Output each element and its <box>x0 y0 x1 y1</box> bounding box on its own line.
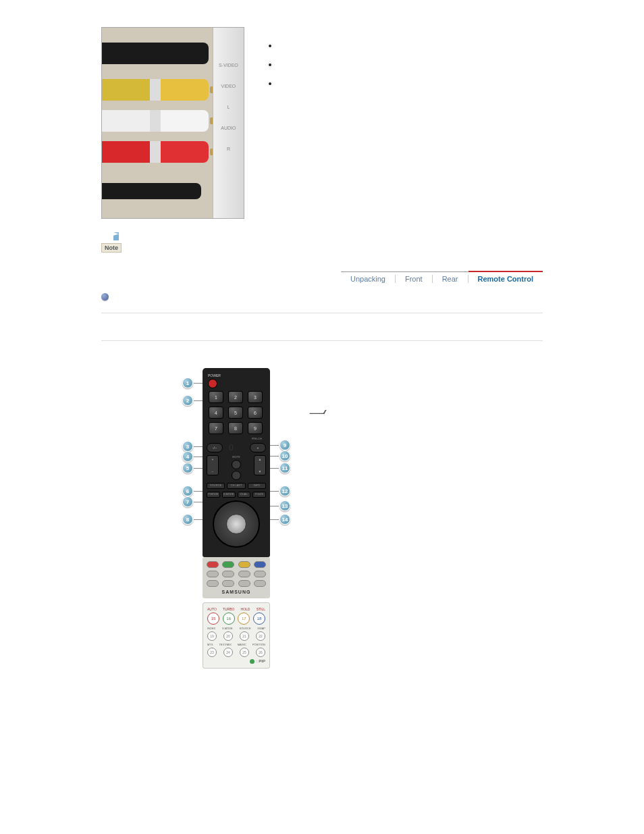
btn-label: POSITION <box>252 643 265 646</box>
dpad[interactable] <box>213 500 260 548</box>
callout-18: 18 <box>253 613 265 625</box>
bar-button[interactable]: DUAL <box>238 492 251 498</box>
btn-label: HOLD <box>241 607 250 611</box>
note-block: Note <box>101 232 543 253</box>
bar-button[interactable]: SOURCE <box>207 483 225 489</box>
bullet-ball-icon <box>101 293 109 301</box>
gray-button[interactable] <box>222 571 234 577</box>
brand-label: SAMSUNG <box>207 590 266 594</box>
callout-20: 20 <box>223 631 233 641</box>
num-0[interactable]: 0 <box>229 443 244 452</box>
top-section: S-VIDEO VIDEO L AUDIO R <box>101 27 543 219</box>
nav-rear[interactable]: Rear <box>433 275 468 283</box>
bar-button[interactable]: INFO <box>248 483 266 489</box>
gray-button[interactable] <box>207 571 219 577</box>
btn-label: MAGIC <box>238 643 246 646</box>
callout-3: 3 <box>182 441 193 452</box>
section-nav: Unpacking Front Rear Remote Control <box>101 271 543 284</box>
prech-button[interactable]: + <box>250 443 266 452</box>
subheading-row <box>101 293 543 301</box>
green-dot-icon <box>250 659 254 664</box>
volume-rocker[interactable]: +− <box>207 455 219 475</box>
callout-26: 26 <box>256 648 265 657</box>
mute-label: MUTE <box>232 455 240 459</box>
num-7[interactable]: 7 <box>209 422 223 434</box>
num-4[interactable]: 4 <box>209 407 223 419</box>
btn-label: SWAP <box>257 627 265 630</box>
color-yellow-button[interactable] <box>238 561 250 568</box>
btn-label: SOURCE <box>239 627 250 630</box>
callout-14: 14 <box>279 514 290 525</box>
remote-bottom-panel: AUTO TURBO HOLD STILL 15 16 17 18 INDEX … <box>203 602 270 669</box>
callout-9: 9 <box>279 440 290 450</box>
prech-label: PRE-CH <box>207 437 266 440</box>
remote-mid-body: SAMSUNG <box>203 557 270 598</box>
panel-label: R <box>227 147 230 151</box>
bar-button[interactable]: P.SIZE <box>252 492 266 498</box>
power-label: POWER <box>207 373 266 377</box>
btn-label: INDEX <box>207 627 215 630</box>
gray-button[interactable] <box>254 580 266 587</box>
info-button[interactable] <box>232 471 241 480</box>
nav-unpacking[interactable]: Unpacking <box>341 275 396 283</box>
num-9[interactable]: 9 <box>248 422 263 434</box>
num-5[interactable]: 5 <box>228 407 243 419</box>
callout-5: 5 <box>182 463 193 473</box>
gray-button[interactable] <box>222 580 234 587</box>
callout-25: 25 <box>240 648 249 657</box>
gray-button[interactable] <box>254 571 266 577</box>
bar-button[interactable]: CH LAST <box>227 483 245 489</box>
channel-rocker[interactable]: ▲▼ <box>254 455 266 475</box>
btn-label: STILL <box>257 607 265 611</box>
callout-10: 10 <box>279 450 290 461</box>
num-1[interactable]: 1 <box>209 391 223 403</box>
num-8[interactable]: 8 <box>228 422 243 434</box>
arrow-icon <box>309 410 326 414</box>
panel-label: S-VIDEO <box>219 63 238 68</box>
num-6[interactable]: 6 <box>248 407 263 419</box>
note-icon: Note <box>101 232 124 253</box>
callout-19: 19 <box>207 631 217 641</box>
callout-6: 6 <box>182 486 193 496</box>
btn-label: AUTO <box>207 607 217 611</box>
panel-label: VIDEO <box>221 84 236 88</box>
color-green-button[interactable] <box>222 561 234 568</box>
callout-15: 15 <box>207 613 219 625</box>
callout-12: 12 <box>279 486 290 496</box>
num-3[interactable]: 3 <box>248 391 263 403</box>
num-2[interactable]: 2 <box>228 391 243 403</box>
callout-2: 2 <box>182 395 193 406</box>
number-pad: 1 2 3 4 5 6 7 8 9 <box>209 391 264 434</box>
callout-13: 13 <box>279 500 290 511</box>
callout-24: 24 <box>223 648 233 657</box>
gray-button[interactable] <box>238 580 250 587</box>
callout-4: 4 <box>182 451 193 462</box>
nav-front[interactable]: Front <box>396 275 433 283</box>
callout-7: 7 <box>182 496 193 507</box>
connector-photo: S-VIDEO VIDEO L AUDIO R <box>101 27 244 219</box>
mute-button[interactable] <box>232 460 241 469</box>
callout-17: 17 <box>238 613 250 625</box>
color-red-button[interactable] <box>207 561 219 568</box>
color-blue-button[interactable] <box>254 561 266 568</box>
callout-22: 22 <box>256 631 265 641</box>
gray-button[interactable] <box>207 580 219 587</box>
callout-16: 16 <box>223 613 235 625</box>
nav-remote-control[interactable]: Remote Control <box>468 271 543 283</box>
bar-button[interactable]: S.MODE <box>222 492 236 498</box>
power-button[interactable] <box>208 379 217 388</box>
btn-label: TURBO <box>223 607 235 611</box>
btn-label: MTS <box>207 643 213 646</box>
remote-section: 1 2 3 4 5 6 7 8 9 10 11 12 13 14 POWER <box>182 368 543 669</box>
pip-legend: : PIP <box>207 659 265 664</box>
bar-button[interactable]: P.MODE <box>207 492 220 498</box>
callout-1: 1 <box>182 377 193 388</box>
dash-button[interactable]: -/-- <box>207 443 223 452</box>
enter-button[interactable] <box>226 514 246 534</box>
callout-11: 11 <box>279 463 290 473</box>
panel-label: AUDIO <box>221 126 236 130</box>
callout-8: 8 <box>182 514 193 525</box>
callout-21: 21 <box>240 631 249 641</box>
gray-button[interactable] <box>238 571 250 577</box>
panel-label: L <box>227 105 230 109</box>
